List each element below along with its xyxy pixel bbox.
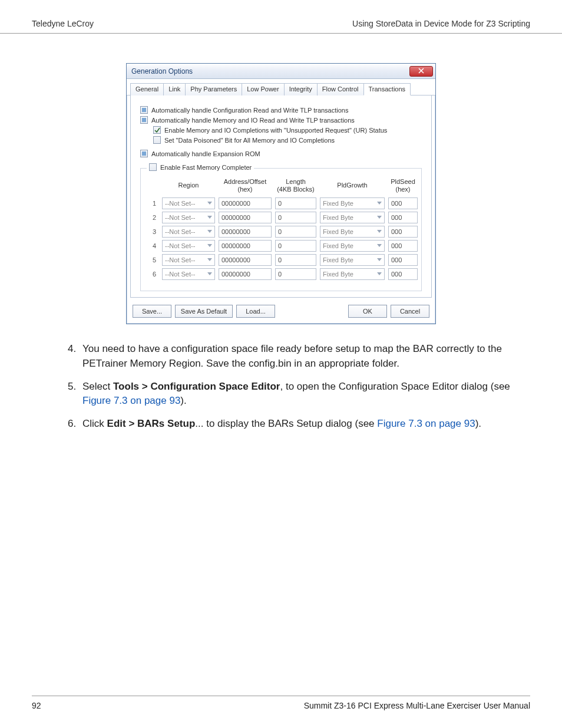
row-number: 4 (147, 242, 158, 249)
list-item: Select Tools > Configuration Space Edito… (79, 380, 530, 409)
pldgrowth-select[interactable]: Fixed Byte (320, 268, 385, 280)
table-row: 4 --Not Set-- 00000000 0 Fixed Byte 000 (147, 240, 415, 252)
step-5-link[interactable]: Figure 7.3 on page 93 (82, 395, 180, 406)
col-length: Length (4KB Blocks) (275, 178, 316, 193)
address-input[interactable]: 00000000 (219, 226, 272, 238)
checkbox-mem-io-rw[interactable] (140, 116, 148, 124)
col-pldseed: PldSeed (hex) (388, 178, 418, 193)
pldgrowth-select[interactable]: Fixed Byte (320, 254, 385, 266)
step-5-pre: Select (82, 381, 113, 392)
pldgrowth-select[interactable]: Fixed Byte (320, 226, 385, 238)
tab-integrity[interactable]: Integrity (284, 83, 318, 95)
length-input[interactable]: 0 (275, 212, 316, 223)
chevron-down-icon (377, 244, 382, 247)
pldseed-input[interactable]: 000 (388, 197, 418, 209)
tab-general[interactable]: General (130, 83, 164, 95)
pldseed-input[interactable]: 000 (388, 254, 418, 266)
checkbox-config-rw[interactable] (140, 106, 148, 114)
address-input[interactable]: 00000000 (219, 254, 272, 266)
pldseed-input[interactable]: 000 (388, 240, 418, 252)
table-row: 1 --Not Set-- 00000000 0 Fixed Byte 000 (147, 197, 415, 209)
save-button[interactable]: Save... (133, 305, 171, 318)
length-input[interactable]: 0 (275, 226, 316, 238)
chevron-down-icon (207, 202, 212, 205)
row-number: 6 (147, 271, 158, 278)
instruction-list: You need to have a configuration space f… (79, 342, 530, 431)
footer-title: Summit Z3-16 PCI Express Multi-Lane Exer… (304, 701, 530, 710)
step-4-text: You need to have a configuration space f… (82, 343, 502, 369)
save-as-default-button[interactable]: Save As Default (175, 305, 233, 318)
length-input[interactable]: 0 (275, 268, 316, 280)
col-address-offset: Address/Offset (hex) (219, 178, 272, 193)
pldgrowth-select[interactable]: Fixed Byte (320, 240, 385, 252)
row-number: 2 (147, 214, 158, 221)
ok-button[interactable]: OK (348, 305, 387, 318)
dialog-title: Generation Options (131, 67, 193, 75)
checkbox-config-rw-label: Automatically handle Configuration Read … (151, 107, 348, 114)
col-pldgrowth: PldGrowth (320, 182, 385, 189)
region-select[interactable]: --Not Set-- (162, 226, 215, 238)
chevron-down-icon (207, 230, 212, 233)
generation-options-dialog: Generation Options General Link Phy Para… (126, 63, 436, 324)
dialog-button-bar: Save... Save As Default Load... OK Cance… (127, 301, 435, 324)
address-input[interactable]: 00000000 (219, 268, 272, 280)
step-5-mid: , to open the Configuration Space Editor… (280, 381, 510, 392)
step-6-bold: Edit > BARs Setup (107, 418, 196, 429)
pldgrowth-select[interactable]: Fixed Byte (320, 212, 385, 223)
region-select[interactable]: --Not Set-- (162, 254, 215, 266)
tabs-row: General Link Phy Parameters Low Power In… (127, 79, 435, 95)
tab-flow-control[interactable]: Flow Control (317, 83, 364, 95)
cancel-button[interactable]: Cancel (391, 305, 429, 318)
page-footer: 92 Summit Z3-16 PCI Express Multi-Lane E… (32, 696, 530, 710)
page-number: 92 (32, 701, 41, 710)
step-6-post: ). (475, 418, 481, 429)
table-row: 5 --Not Set-- 00000000 0 Fixed Byte 000 (147, 254, 415, 266)
address-input[interactable]: 00000000 (219, 212, 272, 223)
chevron-down-icon (207, 244, 212, 247)
region-select[interactable]: --Not Set-- (162, 268, 215, 280)
address-input[interactable]: 00000000 (219, 197, 272, 209)
chevron-down-icon (377, 258, 382, 261)
checkbox-data-poisoned[interactable] (153, 136, 161, 144)
tab-transactions[interactable]: Transactions (363, 83, 411, 95)
step-5-post: ). (180, 395, 186, 406)
transactions-panel: Automatically handle Configuration Read … (130, 95, 432, 298)
row-number: 3 (147, 228, 158, 235)
address-input[interactable]: 00000000 (219, 240, 272, 252)
length-input[interactable]: 0 (275, 240, 316, 252)
pldgrowth-select[interactable]: Fixed Byte (320, 197, 385, 209)
load-button[interactable]: Load... (236, 305, 275, 318)
region-select[interactable]: --Not Set-- (162, 197, 215, 209)
chevron-down-icon (207, 272, 212, 275)
header-right: Using StoreData in Device Mode for Z3 Sc… (352, 19, 530, 28)
dialog-titlebar: Generation Options (127, 64, 435, 79)
length-input[interactable]: 0 (275, 254, 316, 266)
tab-link[interactable]: Link (163, 83, 186, 95)
step-6-link[interactable]: Figure 7.3 on page 93 (377, 418, 475, 429)
region-select[interactable]: --Not Set-- (162, 240, 215, 252)
tab-low-power[interactable]: Low Power (242, 83, 284, 95)
close-icon (418, 68, 424, 75)
checkbox-expansion-rom[interactable] (140, 150, 148, 157)
pldseed-input[interactable]: 000 (388, 212, 418, 223)
list-item: Click Edit > BARs Setup... to display th… (79, 417, 530, 431)
grid-header-row: Region Address/Offset (hex) Length (4KB … (147, 178, 415, 193)
table-row: 2 --Not Set-- 00000000 0 Fixed Byte 000 (147, 212, 415, 223)
chevron-down-icon (377, 202, 382, 205)
length-input[interactable]: 0 (275, 197, 316, 209)
checkbox-data-poisoned-label: Set "Data Poisoned" Bit for All Memory a… (164, 137, 335, 144)
close-button[interactable] (409, 66, 433, 77)
step-5-bold: Tools > Configuration Space Editor (113, 381, 280, 392)
tab-phy-parameters[interactable]: Phy Parameters (185, 83, 242, 95)
pldseed-input[interactable]: 000 (388, 226, 418, 238)
checkbox-enable-fmc[interactable] (149, 163, 157, 171)
header-left: Teledyne LeCroy (32, 19, 94, 28)
pldseed-input[interactable]: 000 (388, 268, 418, 280)
checkbox-enable-fmc-label: Enable Fast Memory Completer (160, 164, 252, 171)
region-select[interactable]: --Not Set-- (162, 212, 215, 223)
chevron-down-icon (207, 216, 212, 219)
chevron-down-icon (207, 258, 212, 261)
checkbox-enable-ur[interactable] (153, 126, 161, 134)
checkbox-enable-ur-label: Enable Memory and IO Completions with "U… (164, 127, 387, 134)
page-header: Teledyne LeCroy Using StoreData in Devic… (0, 0, 562, 34)
